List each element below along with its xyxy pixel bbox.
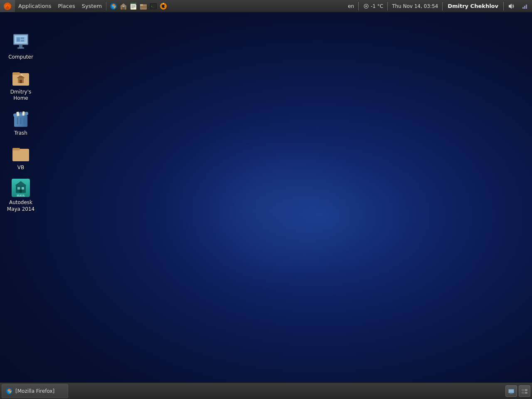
svg-rect-12: [122, 7, 125, 10]
desktop-icon-vb[interactable]: VB: [4, 140, 37, 175]
svg-rect-66: [12, 148, 20, 150]
desktop-icon-home[interactable]: Dmitry's Home: [4, 64, 37, 105]
launcher-icons: >_: [107, 0, 170, 12]
svg-point-31: [164, 5, 166, 7]
computer-label: Computer: [8, 54, 33, 61]
home-label: Dmitry's Home: [6, 89, 36, 102]
home-launcher[interactable]: [119, 2, 128, 11]
panel-sep-5: [503, 2, 504, 10]
svg-rect-78: [509, 389, 514, 393]
volume-icon[interactable]: [505, 0, 517, 12]
show-desktop-icon: [508, 388, 515, 394]
panel-sep-4: [442, 2, 443, 10]
svg-rect-53: [20, 80, 22, 83]
svg-text:MAYA: MAYA: [17, 194, 25, 197]
svg-rect-84: [525, 392, 527, 394]
svg-rect-58: [19, 112, 22, 113]
applications-menu[interactable]: Applications: [15, 0, 54, 12]
top-panel: Applications Places System: [0, 0, 532, 12]
language-indicator[interactable]: en: [345, 0, 357, 12]
svg-point-6: [9, 7, 10, 7]
username-indicator[interactable]: Dmitry Chekhlov: [444, 0, 502, 12]
svg-rect-38: [526, 5, 527, 9]
taskbar-firefox-icon: [5, 387, 13, 395]
svg-rect-42: [19, 45, 22, 47]
vb-label: VB: [17, 165, 24, 171]
svg-rect-24: [140, 6, 146, 7]
svg-rect-79: [510, 393, 512, 394]
firefox-launcher[interactable]: [109, 2, 118, 11]
panel-separator-1: [106, 2, 106, 10]
svg-rect-36: [522, 7, 524, 9]
svg-point-5: [7, 4, 8, 5]
text-editor-launcher[interactable]: [129, 2, 138, 11]
blender-launcher[interactable]: [159, 2, 168, 11]
home-icon: [11, 67, 31, 87]
window-manager-icon: [521, 388, 528, 394]
desktop-icon-trash[interactable]: Trash: [4, 105, 37, 140]
trash-label: Trash: [14, 130, 27, 137]
svg-rect-83: [522, 392, 525, 394]
desktop-icon-computer[interactable]: Computer: [4, 29, 37, 64]
svg-point-76: [8, 390, 10, 392]
panel-sep-2: [358, 2, 359, 10]
taskbar-window-manager[interactable]: [519, 385, 530, 397]
desktop-icon-maya[interactable]: MAYA Autodesk Maya 2014: [4, 175, 37, 216]
panel-left: Applications Places System: [0, 0, 170, 12]
svg-point-3: [8, 5, 10, 6]
taskbar-show-desktop[interactable]: [505, 385, 517, 397]
svg-point-2: [5, 5, 7, 7]
svg-rect-81: [522, 389, 525, 391]
maya-label: Autodesk Maya 2014: [6, 200, 36, 212]
svg-rect-63: [22, 111, 25, 116]
svg-rect-80: [510, 394, 513, 394]
terminal-launcher[interactable]: >_: [149, 2, 158, 11]
svg-rect-25: [140, 7, 146, 8]
desktop[interactable]: Computer Dmitry's Home: [0, 12, 532, 382]
maya-icon: MAYA: [11, 178, 31, 198]
places-menu[interactable]: Places: [54, 0, 78, 12]
svg-rect-50: [12, 72, 20, 75]
taskbar-firefox[interactable]: [Mozilla Firefox]: [2, 384, 68, 398]
svg-marker-35: [509, 4, 512, 9]
svg-rect-70: [17, 187, 20, 190]
taskbar-right: [505, 385, 532, 397]
svg-rect-82: [525, 389, 527, 391]
svg-point-9: [112, 5, 115, 7]
desktop-icons: Computer Dmitry's Home: [0, 25, 42, 220]
svg-rect-47: [21, 40, 24, 42]
svg-rect-71: [22, 187, 24, 190]
svg-rect-45: [17, 37, 20, 42]
svg-rect-46: [21, 37, 24, 39]
vb-folder-icon: [11, 143, 31, 163]
system-menu[interactable]: System: [79, 0, 105, 12]
svg-text:>_: >_: [151, 5, 154, 8]
network-icon[interactable]: [519, 0, 530, 12]
svg-rect-72: [20, 190, 22, 193]
svg-rect-37: [524, 6, 525, 9]
svg-point-34: [365, 5, 367, 7]
svg-rect-65: [12, 149, 29, 161]
panel-sep-3: [387, 2, 388, 10]
bottom-panel: [Mozilla Firefox]: [0, 382, 532, 399]
svg-rect-13: [123, 6, 124, 7]
svg-marker-11: [120, 3, 127, 6]
weather-indicator[interactable]: -1 °C: [360, 0, 386, 12]
gnome-foot-icon[interactable]: [0, 0, 15, 12]
taskbar-firefox-label: [Mozilla Firefox]: [15, 388, 54, 394]
datetime-indicator[interactable]: Thu Nov 14, 03:54: [389, 0, 441, 12]
svg-rect-23: [140, 4, 143, 6]
computer-icon: [11, 32, 31, 52]
trash-icon: [11, 108, 31, 128]
panel-right: en -1 °C Thu Nov 14, 03:54 Dmitry Chekhl…: [345, 0, 532, 12]
svg-point-4: [5, 6, 6, 7]
svg-rect-43: [17, 47, 24, 49]
file-manager-launcher[interactable]: [139, 2, 148, 11]
